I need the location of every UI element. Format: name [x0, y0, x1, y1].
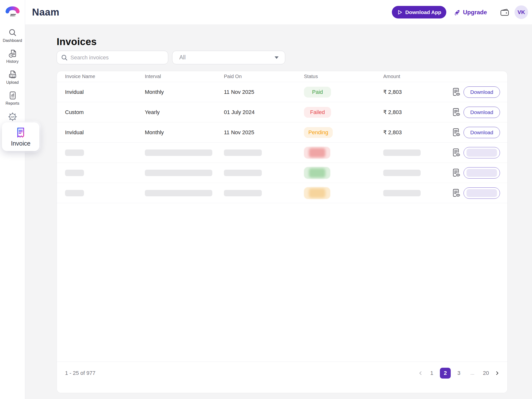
- column-header-status: Status: [304, 74, 383, 79]
- download-app-label: Download App: [405, 9, 441, 15]
- invoice-name-cell: Custom: [65, 109, 145, 116]
- filters-row: All: [57, 51, 532, 64]
- sidebar-item-dashboard[interactable]: Dashboard: [0, 28, 25, 43]
- chevron-down-icon: [275, 56, 279, 59]
- download-invoice-button[interactable]: Download: [464, 86, 500, 98]
- skeleton-download-button: [464, 187, 500, 199]
- receipt-eye-icon: [451, 128, 461, 137]
- paid-on-cell: 01 July 2024: [224, 109, 304, 116]
- paid-on-cell: 11 Nov 2025: [224, 129, 304, 136]
- report-document-icon: [8, 91, 17, 100]
- view-invoice-button[interactable]: [449, 87, 464, 97]
- search-icon: [61, 54, 68, 61]
- sidebar-item-invoice-active[interactable]: Invoice: [2, 122, 39, 151]
- wallet-button[interactable]: [500, 8, 510, 17]
- download-app-button[interactable]: Download App: [392, 6, 446, 18]
- content: Invoices All Invoice Name: [25, 24, 532, 399]
- skeleton-bar: [145, 170, 212, 176]
- skeleton-bar: [383, 170, 421, 176]
- paid-on-cell: 11 Nov 2025: [224, 89, 304, 95]
- view-invoice-button[interactable]: [449, 168, 464, 178]
- column-header-amount: Amount: [383, 74, 449, 79]
- download-invoice-button[interactable]: Download: [464, 127, 500, 138]
- interval-cell: Monthly: [145, 89, 224, 95]
- rocket-icon: [454, 9, 461, 16]
- pager: 1 2 3 ... 20: [418, 368, 500, 379]
- view-invoice-button[interactable]: [449, 107, 464, 117]
- sidebar-item-label: Dashboard: [3, 38, 22, 43]
- page-title: Invoices: [57, 36, 532, 47]
- page-button-3[interactable]: 3: [453, 368, 464, 379]
- view-invoice-button[interactable]: [449, 128, 464, 137]
- sidebar-item-label: Invoice: [11, 140, 30, 147]
- previous-page-button[interactable]: [418, 368, 424, 379]
- skeleton-status-badge: [304, 147, 330, 159]
- view-invoice-button[interactable]: [449, 148, 464, 158]
- page-button-2-active[interactable]: 2: [440, 368, 451, 379]
- column-header-paid-on: Paid On: [224, 74, 304, 79]
- svg-text:API: API: [11, 116, 15, 118]
- column-header-interval: Interval: [145, 74, 224, 79]
- user-avatar[interactable]: VK: [515, 5, 528, 19]
- skeleton-bar: [224, 190, 262, 196]
- view-invoice-button[interactable]: [449, 188, 464, 198]
- phone-logo-icon: [4, 4, 21, 18]
- amount-cell: ₹ 2,803: [383, 89, 449, 95]
- page-ellipsis: ...: [467, 368, 478, 379]
- skeleton-bar: [224, 150, 262, 156]
- search-box: [57, 51, 168, 64]
- status-badge: Failed: [304, 107, 331, 118]
- table-row: Custom Yearly 01 July 2024 Failed ₹ 2,80…: [57, 102, 507, 122]
- status-filter-dropdown[interactable]: All: [172, 51, 285, 64]
- status-badge: Pending: [304, 127, 333, 138]
- chevron-left-icon: [418, 370, 424, 376]
- page-button-20[interactable]: 20: [481, 368, 491, 379]
- sidebar: Dashboard History: [0, 0, 25, 399]
- app-root: Dashboard History: [0, 0, 532, 399]
- skeleton-bar: [383, 190, 421, 196]
- upgrade-button[interactable]: Upgrade: [454, 9, 487, 16]
- invoice-receipt-icon: [14, 127, 27, 139]
- table-row: Invidual Monthly 11 Nov 2025 Paid ₹ 2,80…: [57, 82, 507, 102]
- next-page-button[interactable]: [494, 368, 500, 379]
- page-button-1[interactable]: 1: [426, 368, 437, 379]
- sidebar-item-history[interactable]: History: [0, 49, 25, 64]
- sidebar-item-label: Reports: [5, 101, 19, 106]
- download-invoice-button[interactable]: Download: [464, 107, 500, 118]
- sidebar-item-label: History: [6, 59, 19, 64]
- history-document-icon: [8, 49, 17, 58]
- interval-cell: Yearly: [145, 109, 224, 116]
- table-row: Invidual Monthly 11 Nov 2025 Pending ₹ 2…: [57, 122, 507, 143]
- receipt-eye-icon: [451, 188, 461, 198]
- sidebar-item-upload[interactable]: CSV Upload: [0, 70, 25, 85]
- sidebar-item-api[interactable]: API: [0, 112, 25, 121]
- skeleton-bar: [65, 170, 84, 176]
- skeleton-bar: [224, 170, 262, 176]
- skeleton-download-button: [464, 167, 500, 179]
- skeleton-status-badge: [304, 187, 330, 199]
- csv-file-icon: CSV: [7, 70, 18, 79]
- sidebar-item-label: Upload: [6, 80, 19, 85]
- app-logo: [0, 0, 25, 22]
- main-area: Naam Download App Upgra: [25, 0, 532, 399]
- app-title: Naam: [32, 7, 59, 18]
- status-badge: Paid: [304, 87, 331, 98]
- topbar: Naam Download App Upgra: [25, 0, 532, 24]
- search-input[interactable]: [70, 54, 164, 61]
- pagination-bar: 1 - 25 of 977 1 2 3 ... 20: [57, 362, 507, 393]
- wallet-icon: [500, 8, 510, 17]
- receipt-eye-icon: [451, 168, 461, 178]
- table-row-skeleton: [57, 163, 507, 183]
- skeleton-bar: [65, 190, 84, 196]
- sidebar-item-reports[interactable]: Reports: [0, 91, 25, 106]
- receipt-eye-icon: [451, 148, 461, 158]
- svg-text:CSV: CSV: [10, 75, 15, 77]
- table-row-skeleton: [57, 143, 507, 163]
- skeleton-bar: [65, 150, 84, 156]
- search-icon: [8, 28, 17, 37]
- pagination-summary: 1 - 25 of 977: [65, 370, 96, 376]
- table-header-row: Invoice Name Interval Paid On Status Amo…: [57, 71, 507, 82]
- sidebar-nav: Dashboard History: [0, 28, 25, 121]
- column-header-invoice-name: Invoice Name: [65, 74, 145, 79]
- skeleton-bar: [145, 150, 212, 156]
